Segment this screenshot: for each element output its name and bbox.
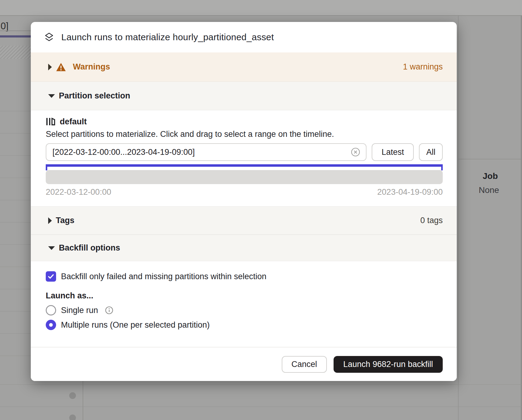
background-row-line — [0, 407, 522, 407]
background-job-value: None — [479, 185, 499, 195]
backfill-options-section-toggle[interactable]: Backfill options — [31, 235, 457, 261]
tags-section-toggle[interactable]: Tags 0 tags — [31, 206, 457, 235]
partition-selection-body: default Select partitions to materialize… — [31, 110, 457, 206]
partition-range-input[interactable] — [52, 148, 347, 157]
background-row-line — [0, 384, 522, 385]
background-status-dot — [69, 415, 76, 420]
background-right-edge — [521, 16, 522, 420]
materialize-layers-icon — [44, 32, 55, 43]
background-row-line — [0, 356, 31, 356]
background-row-line — [0, 133, 31, 133]
background-hatched-band — [0, 46, 31, 59]
launch-backfill-button[interactable]: Launch 9682-run backfill — [334, 356, 443, 373]
warnings-section-toggle[interactable]: Warnings 1 warnings — [31, 52, 457, 81]
range-end-label: 2023-04-19-09:00 — [377, 187, 443, 197]
background-row-line — [0, 155, 31, 156]
background-row-line — [0, 289, 31, 289]
tags-header: Tags — [56, 216, 74, 225]
partition-set-icon — [46, 117, 55, 126]
partition-selection-section-toggle[interactable]: Partition selection — [31, 81, 457, 110]
background-row-line — [0, 111, 31, 111]
latest-button[interactable]: Latest — [372, 143, 414, 161]
background-focused-input-underline — [0, 35, 31, 37]
background-divider — [0, 30, 31, 31]
chevron-down-icon — [48, 94, 55, 98]
single-run-option: Single run — [46, 305, 443, 316]
multiple-runs-radio[interactable] — [46, 320, 56, 330]
warnings-count: 1 warnings — [403, 62, 443, 72]
launch-as-label: Launch as... — [46, 291, 443, 301]
dialog-header: Launch runs to materialize hourly_partit… — [31, 22, 457, 52]
background-row-line — [0, 200, 31, 200]
dialog-footer: Cancel Launch 9682-run backfill — [31, 347, 457, 381]
range-start-label: 2022-03-12-00:00 — [46, 187, 111, 197]
background-top-band — [0, 0, 522, 16]
timeline-date-labels: 2022-03-12-00:00 2023-04-19-09:00 — [46, 187, 443, 197]
background-column-line — [83, 381, 83, 420]
background-job-column-header: Job — [483, 171, 498, 181]
background-column-line — [458, 16, 459, 420]
chevron-right-icon — [48, 64, 52, 70]
info-icon[interactable] — [105, 306, 113, 315]
selection-range-bar[interactable] — [46, 164, 443, 167]
background-status-dot — [69, 392, 76, 399]
backfill-only-failed-checkbox[interactable] — [46, 271, 56, 282]
warning-triangle-icon — [56, 62, 66, 72]
dialog-title: Launch runs to materialize hourly_partit… — [61, 32, 274, 42]
background-row-line — [459, 159, 522, 159]
all-button[interactable]: All — [419, 143, 443, 161]
background-row-line — [0, 244, 31, 245]
single-run-label: Single run — [61, 306, 98, 315]
partition-input-row: Latest All — [46, 143, 443, 161]
chevron-down-icon — [48, 246, 55, 250]
background-row-line — [0, 178, 31, 178]
dimension-name: default — [60, 117, 87, 126]
background-row-line — [0, 267, 31, 267]
tags-count: 0 tags — [420, 216, 443, 225]
partition-instruction: Select partitions to materialize. Click … — [46, 130, 443, 139]
clear-selection-icon[interactable] — [351, 147, 360, 157]
background-partial-input-text: 0] — [1, 21, 9, 32]
cancel-button[interactable]: Cancel — [282, 356, 327, 373]
backfill-options-header: Backfill options — [59, 243, 120, 253]
background-row-line — [0, 333, 31, 334]
multiple-runs-label: Multiple runs (One per selected partitio… — [61, 320, 210, 330]
partition-selection-header: Partition selection — [59, 91, 130, 101]
background-row-line — [0, 311, 31, 311]
backfill-options-body: Backfill only failed and missing partiti… — [31, 261, 457, 347]
multiple-runs-option: Multiple runs (One per selected partitio… — [46, 319, 443, 330]
backfill-only-failed-label: Backfill only failed and missing partiti… — [61, 272, 266, 281]
backfill-only-failed-row: Backfill only failed and missing partiti… — [46, 271, 443, 282]
single-run-radio[interactable] — [46, 305, 56, 315]
partition-timeline-track[interactable] — [46, 170, 443, 184]
partition-range-box — [46, 143, 366, 161]
background-row-line — [0, 222, 31, 222]
dimension-row: default — [46, 116, 443, 127]
chevron-right-icon — [48, 217, 52, 224]
launch-backfill-dialog: Launch runs to materialize hourly_partit… — [31, 22, 457, 381]
warnings-label: Warnings — [73, 62, 110, 72]
